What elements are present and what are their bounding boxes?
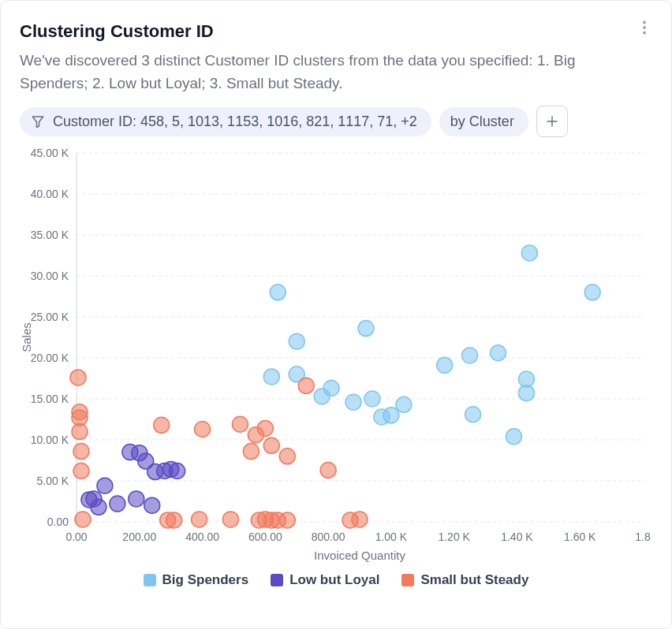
data-point[interactable] [289, 333, 304, 349]
more-vertical-icon [642, 20, 647, 35]
chips-row: Customer ID: 458, 5, 1013, 1153, 1016, 8… [20, 106, 652, 137]
data-point[interactable] [358, 321, 374, 337]
data-point[interactable] [584, 285, 600, 300]
groupby-chip[interactable]: by Cluster [439, 107, 528, 136]
data-point[interactable] [345, 394, 361, 410]
data-point[interactable] [70, 370, 86, 385]
data-point[interactable] [166, 512, 182, 528]
data-point[interactable] [491, 345, 506, 361]
legend: Big Spenders Low but Loyal Small but Ste… [20, 572, 652, 588]
data-point[interactable] [437, 357, 453, 373]
data-point[interactable] [192, 512, 207, 527]
scatter-chart[interactable]: 0.005.00 K10.00 K15.00 K20.00 K25.00 K30… [20, 145, 654, 571]
x-axis-label: Invoiced Quantity [314, 549, 405, 562]
x-tick-label: 1.20 K [438, 530, 470, 543]
legend-label: Low but Loyal [289, 572, 379, 588]
x-tick-label: 1.60 K [564, 530, 596, 543]
data-point[interactable] [396, 396, 412, 412]
y-tick-label: 45.00 K [31, 147, 69, 159]
x-tick-label: 400.00 [185, 530, 219, 543]
x-tick-label: 0.00 [65, 530, 87, 543]
y-tick-label: 25.00 K [31, 311, 69, 323]
card-description: We've discovered 3 distinct Customer ID … [20, 50, 627, 95]
legend-item-small-but-steady[interactable]: Small but Steady [401, 572, 528, 588]
legend-label: Big Spenders [162, 572, 249, 588]
legend-label: Small but Steady [420, 572, 528, 588]
y-tick-label: 10.00 K [31, 434, 69, 446]
data-point[interactable] [279, 512, 295, 528]
data-point[interactable] [506, 429, 521, 445]
data-point[interactable] [129, 491, 144, 507]
data-point[interactable] [110, 496, 125, 512]
data-point[interactable] [72, 424, 88, 440]
svg-marker-3 [32, 117, 43, 128]
data-point[interactable] [521, 245, 537, 261]
y-tick-label: 5.00 K [37, 475, 69, 487]
data-point[interactable] [222, 512, 238, 527]
add-chip-button[interactable] [536, 106, 568, 137]
y-tick-label: 40.00 K [31, 188, 69, 200]
data-point[interactable] [279, 448, 295, 464]
x-tick-label: 1.00 K [375, 530, 408, 543]
data-point[interactable] [73, 463, 89, 479]
legend-item-low-but-loyal[interactable]: Low but Loyal [271, 572, 379, 588]
data-point[interactable] [518, 385, 534, 401]
data-point[interactable] [73, 444, 89, 460]
y-tick-label: 15.00 K [31, 393, 69, 405]
data-point[interactable] [364, 391, 380, 407]
data-point[interactable] [97, 478, 113, 493]
svg-point-2 [643, 32, 646, 35]
legend-swatch [271, 574, 283, 586]
filter-chip[interactable]: Customer ID: 458, 5, 1013, 1153, 1016, 8… [20, 107, 431, 136]
x-tick-label: 200.00 [122, 530, 156, 543]
x-tick-label: 600.00 [248, 530, 282, 543]
data-point[interactable] [144, 497, 160, 513]
data-point[interactable] [243, 444, 259, 460]
card-title: Clustering Customer ID [20, 21, 652, 42]
filter-chip-label: Customer ID: 458, 5, 1013, 1153, 1016, 8… [53, 114, 417, 130]
y-tick-label: 20.00 K [31, 352, 69, 364]
svg-point-1 [643, 26, 646, 29]
data-point[interactable] [154, 417, 170, 433]
data-point[interactable] [462, 348, 478, 363]
data-point[interactable] [465, 407, 481, 422]
y-tick-label: 0.00 [47, 515, 69, 528]
x-tick-label: 800.00 [312, 530, 345, 543]
y-tick-label: 30.00 K [31, 270, 69, 282]
data-point[interactable] [323, 380, 339, 396]
data-point[interactable] [232, 416, 248, 432]
svg-point-0 [643, 21, 646, 24]
data-point[interactable] [170, 463, 185, 479]
x-tick-label: 1.8 [635, 530, 651, 543]
data-point[interactable] [263, 437, 279, 453]
data-point[interactable] [195, 421, 211, 437]
x-tick-label: 1.40 K [501, 530, 533, 543]
data-point[interactable] [270, 285, 286, 300]
data-point[interactable] [75, 512, 91, 527]
y-axis-label: Sales [20, 322, 33, 352]
legend-swatch [144, 574, 156, 586]
filter-icon [31, 114, 45, 128]
data-point[interactable] [352, 512, 368, 527]
data-point[interactable] [257, 420, 273, 436]
data-point[interactable] [263, 369, 279, 385]
legend-swatch [401, 574, 414, 586]
chart-area: 0.005.00 K10.00 K15.00 K20.00 K25.00 K30… [20, 145, 652, 571]
data-point[interactable] [383, 408, 399, 423]
data-point[interactable] [320, 462, 336, 478]
data-point[interactable] [91, 499, 106, 515]
groupby-chip-label: by Cluster [450, 114, 514, 130]
legend-item-big-spenders[interactable]: Big Spenders [144, 572, 249, 588]
card-menu-button[interactable] [633, 17, 655, 39]
plus-icon [545, 114, 559, 128]
data-point[interactable] [298, 378, 314, 393]
y-tick-label: 35.00 K [31, 229, 69, 241]
clustering-card: Clustering Customer ID We've discovered … [0, 0, 672, 629]
